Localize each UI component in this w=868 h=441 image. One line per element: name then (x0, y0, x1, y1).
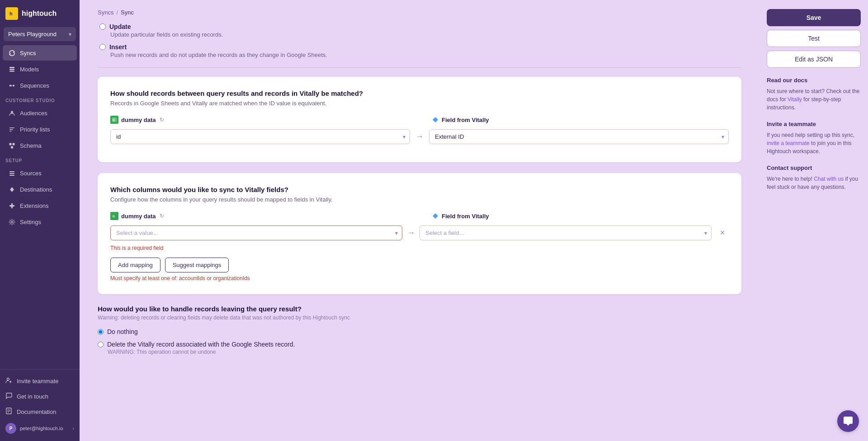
update-radio[interactable] (99, 23, 106, 30)
delete-record-radio[interactable] (98, 342, 104, 347)
priority-icon (8, 126, 15, 133)
settings-icon (8, 218, 15, 225)
read-docs-section: Read our docs Not sure where to start? C… (767, 77, 861, 112)
invite-link[interactable]: invite a teammate (767, 140, 810, 146)
mapping-arrow-icon: → (415, 132, 424, 141)
sidebar: h hightouch Peters Playground ▾ Syncs Mo… (0, 0, 80, 441)
svg-marker-26 (433, 117, 438, 122)
mapping-actions: Add mapping Suggest mappings (110, 258, 729, 272)
mapping-required-error: Must specify at least one of: accountIds… (110, 275, 729, 281)
sidebar-item-label: Sources (20, 170, 42, 177)
mapping-row-1: Select a value... ▾ → Select a field... … (110, 225, 729, 240)
value-select[interactable]: Select a value... (110, 225, 402, 240)
match-row: id ▾ → External ID ▾ (110, 129, 729, 144)
mapping-refresh-icon[interactable]: ↻ (160, 213, 164, 219)
model-icon (8, 66, 15, 73)
match-card-subtitle: Records in Google Sheets and Vitally are… (110, 100, 729, 107)
sidebar-item-settings[interactable]: Settings (3, 214, 77, 230)
dest-column-select[interactable]: External ID (429, 129, 729, 144)
sidebar-item-sequences[interactable]: Sequences (3, 78, 77, 93)
do-nothing-label: Do nothing (107, 328, 138, 335)
source-column-select[interactable]: id (110, 129, 410, 144)
edit-json-button[interactable]: Edit as JSON (767, 51, 861, 68)
read-docs-text: Not sure where to start? Check out the d… (767, 87, 861, 112)
invite-section: Invite a teammate If you need help setti… (767, 121, 861, 155)
chat-widget-button[interactable] (837, 410, 859, 432)
svg-point-8 (11, 111, 13, 113)
extensions-icon (8, 202, 15, 209)
sidebar-item-extensions[interactable]: Extensions (3, 198, 77, 213)
svg-text:G: G (113, 118, 115, 122)
contact-title: Contact support (767, 164, 861, 171)
logo-icon: h (5, 7, 18, 20)
match-records-card: How should records between query results… (98, 77, 741, 162)
chat-icon (5, 392, 12, 400)
sidebar-item-priority-lists[interactable]: Priority lists (3, 122, 77, 137)
sidebar-item-label: Schema (20, 142, 42, 149)
vitally-docs-link[interactable]: Vitally (788, 96, 802, 103)
logo-text: hightouch (22, 9, 57, 18)
sidebar-bottom: Invite teammate Get in touch Documentati… (0, 369, 80, 441)
field-select[interactable]: Select a field... (420, 225, 712, 240)
svg-rect-17 (9, 175, 14, 176)
suggest-mappings-button[interactable]: Suggest mappings (165, 258, 229, 272)
sync-type-section: Update Update particular fields on exist… (98, 23, 741, 58)
sidebar-item-schema[interactable]: Schema (3, 138, 77, 153)
invite-title: Invite a teammate (767, 121, 861, 127)
invite-teammate-button[interactable]: Invite teammate (0, 373, 80, 389)
refresh-icon[interactable]: ↻ (160, 117, 164, 123)
workspace-selector[interactable]: Peters Playground ▾ (4, 27, 76, 41)
dest-vitally-icon (432, 116, 439, 123)
svg-rect-15 (9, 171, 14, 172)
main-content: Syncs / Sync Update Update particular fi… (80, 0, 760, 441)
save-button[interactable]: Save (767, 9, 861, 26)
sidebar-item-audiences[interactable]: Audiences (3, 105, 77, 121)
contact-text: We're here to help! Chat with us if you … (767, 175, 861, 191)
delete-record-option: Delete the Vitally record associated wit… (98, 341, 741, 355)
value-select-wrapper: Select a value... ▾ (110, 225, 402, 240)
sidebar-logo: h hightouch (0, 0, 80, 27)
mapping-dest-vitally-icon (432, 212, 439, 220)
leaving-warning: Warning: deleting records or clearing fi… (98, 314, 741, 321)
sidebar-item-label: Audiences (20, 110, 47, 117)
setup-label: SETUP (0, 154, 80, 165)
svg-point-19 (7, 378, 9, 380)
sidebar-item-label: Extensions (20, 202, 49, 209)
get-in-touch-button[interactable]: Get in touch (0, 389, 80, 404)
mapping-dest-label: Field from Vitally (442, 213, 489, 220)
sidebar-item-models[interactable]: Models (3, 61, 77, 77)
breadcrumb: Syncs / Sync (98, 0, 741, 23)
destinations-icon (8, 186, 15, 193)
breadcrumb-separator: / (116, 9, 118, 16)
sidebar-item-label: Models (20, 66, 39, 73)
add-mapping-button[interactable]: Add mapping (110, 258, 160, 272)
svg-rect-10 (9, 129, 13, 130)
svg-text:h: h (9, 11, 13, 16)
sidebar-item-label: Syncs (20, 50, 36, 56)
sidebar-item-destinations[interactable]: Destinations (3, 182, 77, 197)
sidebar-item-label: Destinations (20, 186, 52, 193)
match-card-title: How should records between query results… (110, 89, 729, 97)
audiences-icon (8, 109, 15, 117)
workspace-chevron-icon: ▾ (69, 31, 71, 38)
invite-teammate-label: Invite teammate (17, 378, 59, 385)
mapping-card-subtitle: Configure how the columns in your query … (110, 196, 729, 203)
mapping-source-sheets-icon: G (110, 212, 118, 220)
insert-label: Insert (109, 43, 127, 51)
sidebar-item-syncs[interactable]: Syncs (3, 45, 77, 61)
breadcrumb-syncs-link[interactable]: Syncs (98, 9, 113, 16)
get-in-touch-label: Get in touch (17, 393, 48, 400)
sync-icon (8, 49, 15, 56)
sequences-icon (8, 82, 15, 89)
sidebar-item-sources[interactable]: Sources (3, 165, 77, 181)
documentation-button[interactable]: Documentation (0, 404, 80, 419)
svg-rect-9 (9, 127, 14, 128)
do-nothing-radio[interactable] (98, 329, 104, 335)
svg-rect-3 (9, 69, 14, 70)
chat-link[interactable]: Chat with us (814, 176, 844, 182)
delete-mapping-button[interactable]: × (716, 227, 729, 239)
user-profile[interactable]: P peter@hightouch.io › (0, 419, 80, 437)
test-button[interactable]: Test (767, 30, 861, 47)
read-docs-title: Read our docs (767, 77, 861, 84)
insert-radio[interactable] (99, 44, 106, 50)
